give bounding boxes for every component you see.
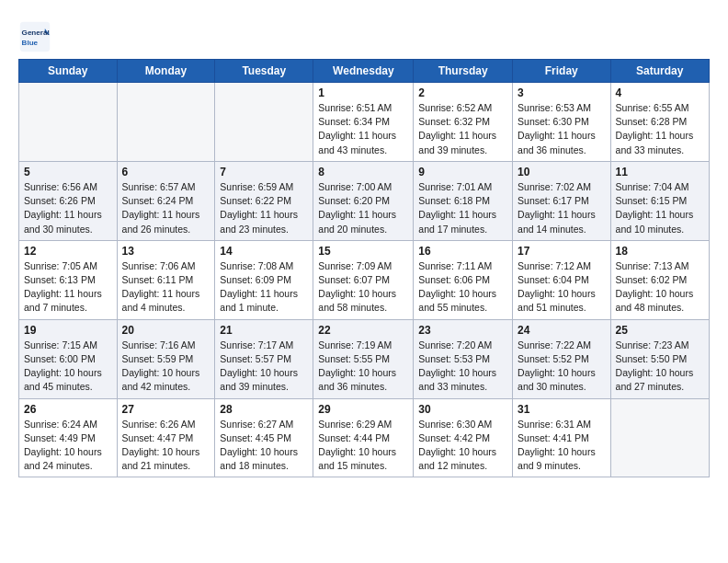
calendar-cell: 21Sunrise: 7:17 AM Sunset: 5:57 PM Dayli… bbox=[215, 319, 313, 398]
day-number: 11 bbox=[616, 166, 704, 178]
day-number: 8 bbox=[318, 166, 408, 178]
day-number: 26 bbox=[24, 403, 112, 416]
day-info: Sunrise: 7:02 AM Sunset: 6:17 PM Dayligh… bbox=[518, 180, 606, 236]
day-info: Sunrise: 7:16 AM Sunset: 5:59 PM Dayligh… bbox=[122, 339, 210, 395]
day-info: Sunrise: 7:01 AM Sunset: 6:18 PM Dayligh… bbox=[418, 180, 507, 236]
calendar-cell: 19Sunrise: 7:15 AM Sunset: 6:00 PM Dayli… bbox=[19, 319, 118, 398]
day-number: 25 bbox=[616, 324, 704, 337]
day-number: 15 bbox=[318, 245, 408, 258]
day-number: 27 bbox=[122, 403, 210, 416]
day-number: 1 bbox=[318, 86, 408, 99]
calendar-cell: 16Sunrise: 7:11 AM Sunset: 6:06 PM Dayli… bbox=[414, 240, 513, 319]
day-number: 5 bbox=[24, 166, 112, 178]
calendar-cell: 10Sunrise: 7:02 AM Sunset: 6:17 PM Dayli… bbox=[513, 161, 611, 240]
calendar-cell: 25Sunrise: 7:23 AM Sunset: 5:50 PM Dayli… bbox=[610, 319, 709, 398]
day-number: 29 bbox=[318, 403, 408, 416]
day-number: 24 bbox=[518, 324, 606, 337]
day-number: 19 bbox=[24, 324, 112, 337]
day-info: Sunrise: 6:29 AM Sunset: 4:44 PM Dayligh… bbox=[318, 418, 408, 474]
calendar-cell: 31Sunrise: 6:31 AM Sunset: 4:41 PM Dayli… bbox=[513, 398, 611, 477]
day-info: Sunrise: 6:24 AM Sunset: 4:49 PM Dayligh… bbox=[24, 418, 112, 474]
day-header-monday: Monday bbox=[117, 60, 215, 83]
day-info: Sunrise: 7:04 AM Sunset: 6:15 PM Dayligh… bbox=[616, 180, 704, 236]
calendar-cell bbox=[19, 83, 118, 162]
day-number: 17 bbox=[518, 245, 606, 258]
day-info: Sunrise: 6:59 AM Sunset: 6:22 PM Dayligh… bbox=[220, 180, 308, 236]
day-number: 23 bbox=[418, 324, 507, 337]
day-number: 18 bbox=[616, 245, 704, 258]
day-info: Sunrise: 7:15 AM Sunset: 6:00 PM Dayligh… bbox=[24, 339, 112, 395]
calendar-cell: 29Sunrise: 6:29 AM Sunset: 4:44 PM Dayli… bbox=[313, 398, 414, 477]
calendar-cell: 13Sunrise: 7:06 AM Sunset: 6:11 PM Dayli… bbox=[117, 240, 215, 319]
day-info: Sunrise: 7:20 AM Sunset: 5:53 PM Dayligh… bbox=[418, 339, 507, 395]
day-info: Sunrise: 7:09 AM Sunset: 6:07 PM Dayligh… bbox=[318, 259, 408, 316]
calendar-cell bbox=[610, 398, 709, 477]
day-info: Sunrise: 7:13 AM Sunset: 6:02 PM Dayligh… bbox=[616, 259, 704, 316]
day-number: 12 bbox=[24, 245, 112, 258]
calendar-cell: 24Sunrise: 7:22 AM Sunset: 5:52 PM Dayli… bbox=[513, 319, 611, 398]
calendar-cell: 26Sunrise: 6:24 AM Sunset: 4:49 PM Dayli… bbox=[19, 398, 118, 477]
calendar-cell: 6Sunrise: 6:57 AM Sunset: 6:24 PM Daylig… bbox=[117, 161, 215, 240]
day-number: 28 bbox=[220, 403, 308, 416]
calendar: SundayMondayTuesdayWednesdayThursdayFrid… bbox=[18, 59, 710, 477]
calendar-cell: 1Sunrise: 6:51 AM Sunset: 6:34 PM Daylig… bbox=[313, 83, 414, 162]
day-number: 3 bbox=[518, 86, 606, 99]
day-header-sunday: Sunday bbox=[19, 60, 118, 83]
day-info: Sunrise: 7:06 AM Sunset: 6:11 PM Dayligh… bbox=[122, 259, 210, 316]
day-number: 30 bbox=[418, 403, 507, 416]
calendar-cell: 12Sunrise: 7:05 AM Sunset: 6:13 PM Dayli… bbox=[19, 240, 118, 319]
day-header-thursday: Thursday bbox=[414, 60, 513, 83]
calendar-cell bbox=[215, 83, 313, 162]
svg-text:Blue: Blue bbox=[22, 39, 39, 47]
day-info: Sunrise: 7:08 AM Sunset: 6:09 PM Dayligh… bbox=[220, 259, 308, 316]
day-number: 21 bbox=[220, 324, 308, 337]
day-info: Sunrise: 6:52 AM Sunset: 6:32 PM Dayligh… bbox=[418, 101, 507, 157]
calendar-cell: 9Sunrise: 7:01 AM Sunset: 6:18 PM Daylig… bbox=[414, 161, 513, 240]
day-info: Sunrise: 6:57 AM Sunset: 6:24 PM Dayligh… bbox=[122, 180, 210, 236]
day-number: 2 bbox=[418, 86, 507, 99]
day-number: 7 bbox=[220, 166, 308, 178]
calendar-cell: 28Sunrise: 6:27 AM Sunset: 4:45 PM Dayli… bbox=[215, 398, 313, 477]
calendar-cell: 23Sunrise: 7:20 AM Sunset: 5:53 PM Dayli… bbox=[414, 319, 513, 398]
calendar-cell bbox=[117, 83, 215, 162]
day-number: 13 bbox=[122, 245, 210, 258]
day-number: 6 bbox=[122, 166, 210, 178]
day-header-tuesday: Tuesday bbox=[215, 60, 313, 83]
day-number: 4 bbox=[616, 86, 704, 99]
calendar-cell: 4Sunrise: 6:55 AM Sunset: 6:28 PM Daylig… bbox=[610, 83, 709, 162]
day-info: Sunrise: 6:26 AM Sunset: 4:47 PM Dayligh… bbox=[122, 418, 210, 474]
calendar-cell: 3Sunrise: 6:53 AM Sunset: 6:30 PM Daylig… bbox=[513, 83, 611, 162]
day-info: Sunrise: 7:19 AM Sunset: 5:55 PM Dayligh… bbox=[318, 339, 408, 395]
logo: General Blue bbox=[18, 20, 55, 53]
day-info: Sunrise: 7:11 AM Sunset: 6:06 PM Dayligh… bbox=[418, 259, 507, 316]
day-info: Sunrise: 6:51 AM Sunset: 6:34 PM Dayligh… bbox=[318, 101, 408, 157]
calendar-cell: 17Sunrise: 7:12 AM Sunset: 6:04 PM Dayli… bbox=[513, 240, 611, 319]
day-header-wednesday: Wednesday bbox=[313, 60, 414, 83]
day-info: Sunrise: 6:30 AM Sunset: 4:42 PM Dayligh… bbox=[418, 418, 507, 474]
calendar-cell: 30Sunrise: 6:30 AM Sunset: 4:42 PM Dayli… bbox=[414, 398, 513, 477]
day-info: Sunrise: 6:27 AM Sunset: 4:45 PM Dayligh… bbox=[220, 418, 308, 474]
day-number: 9 bbox=[418, 166, 507, 178]
calendar-cell: 8Sunrise: 7:00 AM Sunset: 6:20 PM Daylig… bbox=[313, 161, 414, 240]
day-number: 31 bbox=[518, 403, 606, 416]
calendar-cell: 11Sunrise: 7:04 AM Sunset: 6:15 PM Dayli… bbox=[610, 161, 709, 240]
day-info: Sunrise: 6:56 AM Sunset: 6:26 PM Dayligh… bbox=[24, 180, 112, 236]
calendar-cell: 18Sunrise: 7:13 AM Sunset: 6:02 PM Dayli… bbox=[610, 240, 709, 319]
calendar-cell: 22Sunrise: 7:19 AM Sunset: 5:55 PM Dayli… bbox=[313, 319, 414, 398]
day-info: Sunrise: 7:05 AM Sunset: 6:13 PM Dayligh… bbox=[24, 259, 112, 316]
day-number: 10 bbox=[518, 166, 606, 178]
day-info: Sunrise: 7:17 AM Sunset: 5:57 PM Dayligh… bbox=[220, 339, 308, 395]
day-info: Sunrise: 6:31 AM Sunset: 4:41 PM Dayligh… bbox=[518, 418, 606, 474]
day-info: Sunrise: 7:12 AM Sunset: 6:04 PM Dayligh… bbox=[518, 259, 606, 316]
calendar-cell: 14Sunrise: 7:08 AM Sunset: 6:09 PM Dayli… bbox=[215, 240, 313, 319]
day-info: Sunrise: 7:23 AM Sunset: 5:50 PM Dayligh… bbox=[616, 339, 704, 395]
calendar-cell: 7Sunrise: 6:59 AM Sunset: 6:22 PM Daylig… bbox=[215, 161, 313, 240]
day-number: 20 bbox=[122, 324, 210, 337]
calendar-cell: 27Sunrise: 6:26 AM Sunset: 4:47 PM Dayli… bbox=[117, 398, 215, 477]
day-number: 14 bbox=[220, 245, 308, 258]
day-header-friday: Friday bbox=[513, 60, 611, 83]
day-number: 22 bbox=[318, 324, 408, 337]
calendar-cell: 5Sunrise: 6:56 AM Sunset: 6:26 PM Daylig… bbox=[19, 161, 118, 240]
day-info: Sunrise: 6:53 AM Sunset: 6:30 PM Dayligh… bbox=[518, 101, 606, 157]
calendar-cell: 20Sunrise: 7:16 AM Sunset: 5:59 PM Dayli… bbox=[117, 319, 215, 398]
